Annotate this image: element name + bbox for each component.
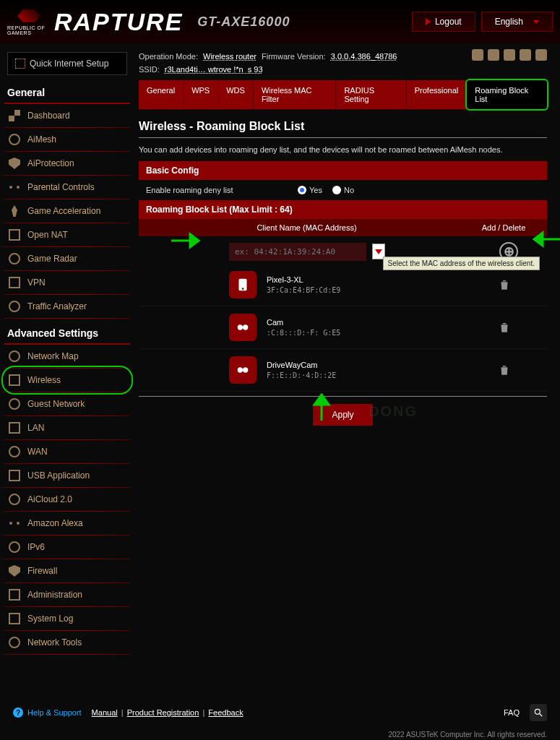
tab-professional[interactable]: Professional — [407, 80, 468, 109]
tab-wds[interactable]: WDS — [218, 80, 254, 109]
page-title: Wireless - Roaming Block List — [139, 120, 547, 133]
tab-mac-filter[interactable]: Wireless MAC Filter — [254, 80, 337, 109]
enable-label: Enable roaming deny list — [146, 186, 298, 194]
sidebar-item-ipv6[interactable]: IPv6 — [4, 535, 130, 559]
rocket-icon — [9, 205, 20, 217]
main-content: Operation Mode: Wireless router Firmware… — [130, 43, 560, 740]
sidebar-item-admin[interactable]: Administration — [4, 583, 130, 607]
col-client-name: Client Name (MAC Address) — [146, 223, 468, 232]
delete-device-button[interactable] — [498, 320, 511, 335]
delete-device-button[interactable] — [498, 278, 511, 292]
fw-value[interactable]: 3.0.0.4.386_48786 — [331, 52, 397, 61]
sidebar-item-aimesh[interactable]: AiMesh — [4, 128, 130, 152]
arrow-right-icon — [426, 18, 431, 25]
device-row: Cam:C:8:::D:·F: G:E5 — [139, 306, 547, 349]
tab-wps[interactable]: WPS — [184, 80, 218, 109]
sidebar-item-usb[interactable]: USB Application — [4, 464, 130, 488]
sidebar-item-guest[interactable]: Guest Network — [4, 392, 130, 416]
status-icon-1[interactable] — [472, 49, 483, 61]
tab-roaming-block[interactable]: Roaming Block List — [465, 79, 548, 111]
logout-label: Logout — [435, 17, 462, 27]
radio-yes[interactable]: Yes — [298, 186, 322, 194]
divider — [139, 137, 547, 138]
chevron-down-icon — [375, 249, 382, 254]
rog-logo: REPUBLIC OF GAMERS — [7, 6, 51, 38]
device-name: Pixel-3-XL — [267, 275, 340, 284]
help-support-link[interactable]: Help & Support — [27, 708, 82, 717]
svg-point-6 — [535, 709, 540, 714]
sidebar-item-alexa[interactable]: Amazon Alexa — [4, 512, 130, 535]
sidebar-item-wan[interactable]: WAN — [4, 440, 130, 464]
op-mode-label: Operation Mode: — [139, 52, 198, 61]
device-mac: :C:8:::D:·F: G:E5 — [267, 329, 340, 337]
tools-icon — [9, 637, 20, 648]
quick-internet-setup-button[interactable]: Quick Internet Setup — [7, 52, 127, 75]
dashboard-icon — [9, 110, 20, 121]
status-icon-4[interactable] — [520, 49, 531, 61]
sidebar-item-open-nat[interactable]: Open NAT — [4, 223, 130, 247]
shield-icon — [9, 158, 20, 169]
phone-icon — [229, 271, 257, 298]
apply-row: Apply — [139, 396, 547, 433]
sidebar-item-game-radar[interactable]: Game Radar — [4, 247, 130, 271]
status-icon-3[interactable] — [504, 49, 515, 61]
status-icon-5[interactable] — [535, 49, 547, 61]
vpn-icon — [9, 277, 20, 288]
sidebar-item-game-accel[interactable]: Game Acceleration — [4, 199, 130, 223]
sidebar-group-advanced: Advanced Settings — [4, 323, 130, 345]
language-select[interactable]: English — [481, 12, 553, 32]
svg-point-4 — [238, 368, 243, 373]
parental-icon — [9, 181, 20, 193]
svg-point-1 — [242, 288, 244, 290]
product-registration-link[interactable]: Product Registration — [127, 708, 199, 717]
logout-button[interactable]: Logout — [412, 12, 475, 32]
sidebar-item-network-map[interactable]: Network Map — [4, 345, 130, 369]
firewall-icon — [9, 565, 20, 577]
tab-bar: General WPS WDS Wireless MAC Filter RADI… — [139, 80, 547, 110]
svg-point-3 — [243, 325, 248, 330]
sidebar: Quick Internet Setup General Dashboard A… — [0, 43, 130, 740]
sidebar-item-wireless[interactable]: Wireless — [4, 369, 130, 392]
sidebar-item-aicloud[interactable]: AiCloud 2.0 — [4, 488, 130, 512]
sidebar-item-traffic[interactable]: Traffic Analyzer — [4, 295, 130, 319]
delete-device-button[interactable] — [498, 363, 511, 377]
cloud-icon — [9, 494, 20, 505]
fw-label: Firmware Version: — [262, 52, 326, 61]
qis-icon — [15, 59, 25, 69]
tab-general[interactable]: General — [139, 80, 184, 109]
device-name: Cam — [267, 318, 340, 327]
alexa-icon — [9, 517, 20, 529]
syslog-icon — [9, 613, 20, 624]
apply-button[interactable]: Apply — [313, 404, 372, 426]
mac-input-row: ⊕ Select the MAC address of the wireless… — [139, 236, 547, 264]
qis-label: Quick Internet Setup — [30, 59, 108, 69]
enable-roaming-row: Enable roaming deny list Yes No — [139, 180, 547, 200]
radio-no[interactable]: No — [332, 186, 354, 194]
status-icon-2[interactable] — [488, 49, 499, 61]
svg-point-5 — [243, 368, 248, 373]
mac-address-input[interactable] — [229, 243, 366, 261]
col-add-delete: Add / Delete — [468, 223, 540, 232]
faq-search-button[interactable] — [530, 704, 547, 721]
language-label: English — [495, 17, 523, 27]
sidebar-item-syslog[interactable]: System Log — [4, 607, 130, 631]
sidebar-item-dashboard[interactable]: Dashboard — [4, 104, 130, 128]
copyright: 2022 ASUSTeK Computer Inc. All rights re… — [388, 731, 547, 739]
op-mode-value[interactable]: Wireless router — [203, 52, 257, 61]
sidebar-item-vpn[interactable]: VPN — [4, 271, 130, 295]
sidebar-item-parental[interactable]: Parental Controls — [4, 176, 130, 199]
basic-config-header: Basic Config — [139, 161, 547, 180]
sidebar-item-firewall[interactable]: Firewall — [4, 559, 130, 583]
manual-link[interactable]: Manual — [92, 708, 118, 717]
table-header: Client Name (MAC Address) Add / Delete — [139, 219, 547, 236]
tab-radius[interactable]: RADIUS Setting — [336, 80, 406, 109]
sidebar-item-aiprotection[interactable]: AiProtection — [4, 152, 130, 176]
model-label: GT-AXE16000 — [197, 14, 290, 30]
mac-tooltip: Select the MAC address of the wireless c… — [383, 257, 540, 270]
feedback-link[interactable]: Feedback — [208, 708, 243, 717]
camera-icon — [229, 356, 257, 384]
help-icon[interactable]: ? — [13, 707, 23, 718]
radio-no-dot — [332, 186, 341, 194]
sidebar-item-nettools[interactable]: Network Tools — [4, 631, 130, 655]
sidebar-item-lan[interactable]: LAN — [4, 416, 130, 440]
